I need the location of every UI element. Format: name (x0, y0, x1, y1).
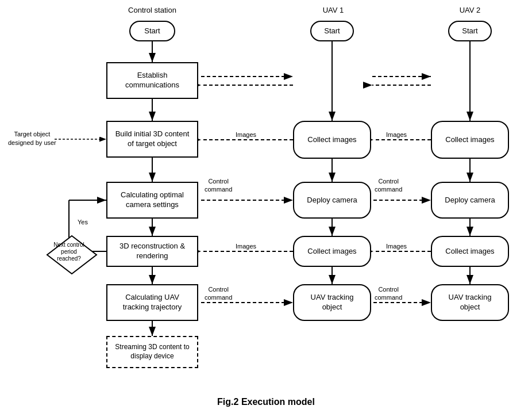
collect-img-uav1-bot: Collect images (293, 236, 371, 267)
ctrl-cmd-label-uav2-cam: Controlcommand (375, 177, 402, 194)
reconstruct: 3D reconstruction &rendering (106, 236, 198, 267)
images-label-uav2-top: Images (386, 131, 407, 138)
ctrl-cmd-label-uav2-track: Controlcommand (375, 285, 402, 302)
stream-3d: Streaming 3D content todisplay device (106, 336, 198, 368)
control-station-label: Control station (121, 6, 184, 14)
track-obj-uav1: UAV trackingobject (293, 284, 371, 321)
collect-img-uav1-top: Collect images (293, 121, 371, 159)
diagram: Control station UAV 1 UAV 2 Start Establ… (0, 0, 532, 380)
calc-camera: Calculating optimalcamera settings (106, 182, 198, 219)
deploy-cam-uav2: Deploy camera (431, 182, 509, 219)
establish-communications: Establishcommunications (106, 62, 198, 99)
collect-img-uav2-top: Collect images (431, 121, 509, 159)
target-object-label: Target objectdesigned by user (8, 130, 56, 148)
calc-trajectory: Calculating UAVtracking trajectory (106, 284, 198, 321)
start-uav1: Start (310, 21, 354, 41)
ctrl-cmd-label-uav1-track: Controlcommand (205, 285, 232, 302)
start-cs: Start (129, 21, 175, 41)
collect-img-uav2-bot: Collect images (431, 236, 509, 267)
build-3d: Build initial 3D contentof target object (106, 121, 198, 158)
images-label-uav1-top: Images (236, 131, 256, 138)
track-obj-uav2: UAV trackingobject (431, 284, 509, 321)
start-uav2: Start (448, 21, 492, 41)
yes-label: Yes (78, 219, 88, 225)
images-label-uav1-bot: Images (236, 243, 256, 250)
images-label-uav2-bot: Images (386, 243, 407, 250)
uav1-label: UAV 1 (310, 6, 356, 14)
ctrl-cmd-label-uav1-cam: Controlcommand (205, 177, 232, 194)
uav2-label: UAV 2 (447, 6, 493, 14)
fig-caption: Fig.2 Execution model (0, 397, 532, 407)
deploy-cam-uav1: Deploy camera (293, 182, 371, 219)
diamond-decision: Next controlperiodreached? (46, 235, 92, 269)
